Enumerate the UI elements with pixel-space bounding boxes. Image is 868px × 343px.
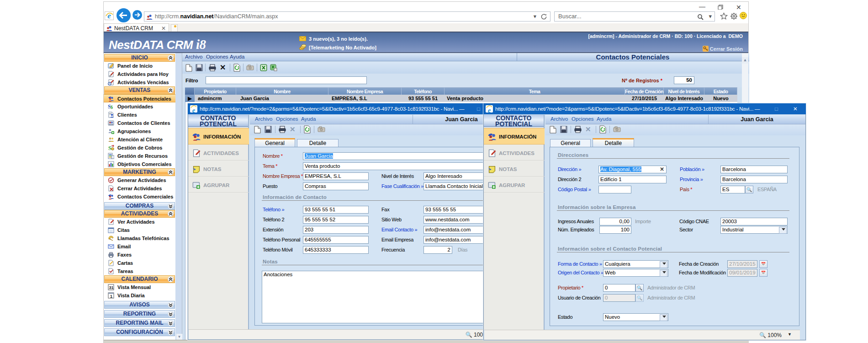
svg-text:S: S [108, 145, 111, 151]
svg-text:1: 1 [110, 294, 112, 299]
svg-text:$: $ [111, 105, 113, 110]
svg-text:31: 31 [109, 285, 113, 290]
